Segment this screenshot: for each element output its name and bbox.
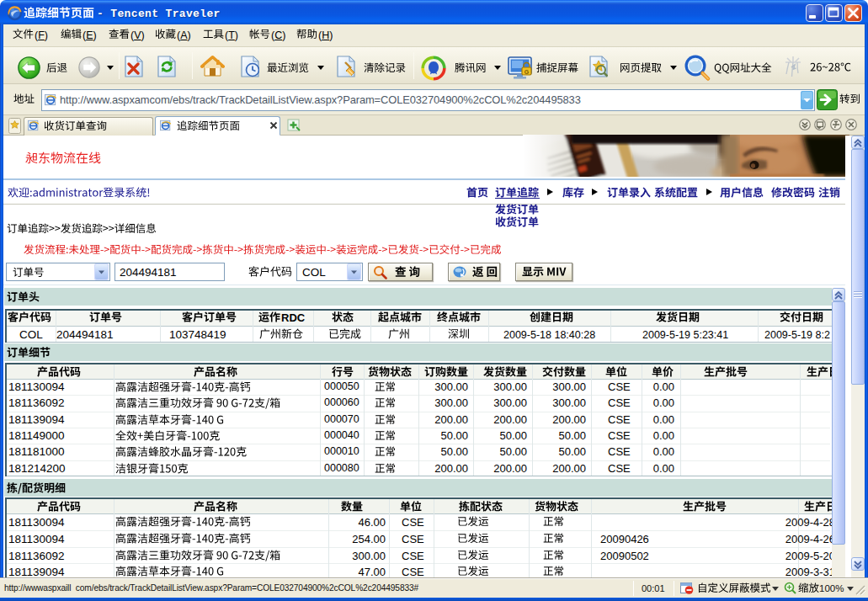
svg-text:G: G — [525, 69, 530, 75]
